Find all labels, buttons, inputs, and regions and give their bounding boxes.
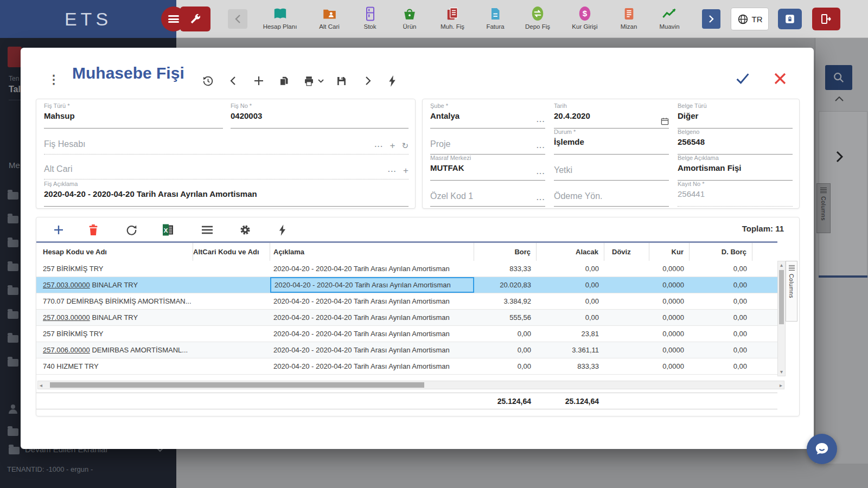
table-row[interactable]: 257 BİRİKMİŞ TRY 2020-04-20 - 2020-04-20… xyxy=(36,261,777,277)
toolbar-item-depo-fis[interactable]: Depo Fiş xyxy=(515,5,560,30)
grid-add-row-button[interactable] xyxy=(50,222,67,238)
lookup-dots-icon[interactable]: ··· xyxy=(537,117,545,125)
alt-cari-field[interactable]: Alt Cari ··· + xyxy=(44,160,409,179)
description-cell[interactable]: 2020-04-20 - 2020-04-20 Tarih Arası Ayrı… xyxy=(270,310,474,325)
sube-field[interactable]: Şube * Antalya ··· xyxy=(430,102,545,129)
column-header[interactable]: Kur xyxy=(649,243,690,261)
fis-aciklama-field[interactable]: Fiş Açıklama 2020-04-20 - 2020-04-20 Tar… xyxy=(44,181,409,207)
scroll-left-arrow[interactable]: ◂ xyxy=(40,382,42,389)
previous-record-button[interactable] xyxy=(226,74,240,88)
description-cell[interactable]: 2020-04-20 - 2020-04-20 Tarih Arası Ayrı… xyxy=(270,326,474,342)
lookup-dots-icon[interactable]: ··· xyxy=(388,167,397,175)
table-row[interactable]: 257.003.00000 BINALAR TRY 2020-04-20 - 2… xyxy=(36,310,777,326)
proje-field[interactable]: Proje ··· xyxy=(430,129,545,155)
belge-aciklama-field[interactable]: Belge Açıklama Amortisman Fişi xyxy=(678,155,793,181)
grid-settings-button[interactable] xyxy=(237,222,253,238)
toolbar-item-urun[interactable]: Ürün xyxy=(387,5,432,30)
lookup-dots-icon[interactable]: ··· xyxy=(537,143,545,151)
account-code-link[interactable]: 740 xyxy=(43,362,55,370)
table-row[interactable]: 257.006.00000 DEMIRBAS AMORTİSMANL... 20… xyxy=(36,342,777,358)
table-row[interactable]: 257 BİRİKMİŞ TRY 2020-04-20 - 2020-04-20… xyxy=(36,326,777,342)
scrollbar-thumb[interactable] xyxy=(50,382,424,388)
account-code-link[interactable]: 257.006.00000 xyxy=(43,346,90,354)
fis-turu-field[interactable]: Fiş Türü * Mahsup xyxy=(44,102,223,129)
print-options-chevron-icon[interactable] xyxy=(317,74,324,88)
close-button[interactable] xyxy=(773,72,787,86)
description-cell[interactable]: 2020-04-20 - 2020-04-20 Tarih Arası Ayrı… xyxy=(270,293,474,309)
odeme-yon-field[interactable]: Ödeme Yön. xyxy=(554,181,669,207)
scroll-right-arrow[interactable]: ▸ xyxy=(780,382,782,389)
account-code-link[interactable]: 257.003.00000 xyxy=(43,281,90,289)
grid-columns-tab[interactable]: Columns xyxy=(786,261,797,322)
column-header[interactable]: Borç xyxy=(474,243,537,261)
table-row[interactable]: 257.003.00000 BINALAR TRY 2020-04-20 - 2… xyxy=(36,277,777,293)
belge-turu-field[interactable]: Belge Türü Diğer xyxy=(678,102,793,129)
toolbar-item-muh-fis[interactable]: Muh. Fiş xyxy=(430,5,475,30)
lock-screen-button[interactable] xyxy=(778,9,802,29)
history-button[interactable] xyxy=(201,74,215,88)
new-record-button[interactable] xyxy=(252,74,266,88)
durum-field[interactable]: Durum * İşlemde xyxy=(554,129,669,155)
column-header[interactable]: Açıklama xyxy=(270,243,474,261)
kebab-menu-icon[interactable]: ⋮ xyxy=(47,73,61,87)
ozel-kod-field[interactable]: Özel Kod 1 ··· xyxy=(430,181,545,207)
toolbar-item-alt-cari[interactable]: Alt Cari xyxy=(307,5,352,30)
scroll-up-arrow[interactable]: ▴ xyxy=(778,261,785,269)
calendar-icon[interactable] xyxy=(661,117,669,125)
description-cell[interactable]: 2020-04-20 - 2020-04-20 Tarih Arası Ayrı… xyxy=(270,358,474,374)
toolbar-item-mizan[interactable]: Mizan xyxy=(606,5,652,30)
save-button[interactable] xyxy=(334,74,348,88)
settings-tools-button[interactable] xyxy=(180,7,210,31)
account-code-link[interactable]: 257 xyxy=(43,265,55,273)
column-header[interactable]: Alacak xyxy=(537,243,604,261)
column-header[interactable]: AltCari Kodu ve Adı xyxy=(193,243,270,261)
grid-delete-row-button[interactable] xyxy=(85,222,101,238)
lookup-dots-icon[interactable]: ··· xyxy=(374,142,383,150)
copy-button[interactable] xyxy=(277,74,291,88)
tarih-field[interactable]: Tarih 20.4.2020 xyxy=(554,102,669,129)
toolbar-item-hesap-plani[interactable]: Hesap Planı xyxy=(257,5,303,30)
toolbar-item-stok[interactable]: Stok xyxy=(347,5,393,30)
grid-menu-button[interactable] xyxy=(199,222,215,238)
toolbar-scroll-right-button[interactable] xyxy=(702,9,720,29)
column-header[interactable]: Hesap Kodu ve Adı xyxy=(36,243,193,261)
nav-back-button[interactable] xyxy=(228,9,247,29)
column-header[interactable]: Döviz xyxy=(604,243,649,261)
fis-no-field[interactable]: Fiş No * 0420003 xyxy=(231,102,409,129)
print-button[interactable] xyxy=(302,74,316,88)
grid-quick-actions-button[interactable] xyxy=(274,222,290,238)
support-chat-button[interactable] xyxy=(807,434,837,464)
scrollbar-thumb[interactable] xyxy=(779,270,784,324)
description-cell[interactable]: 2020-04-20 - 2020-04-20 Tarih Arası Ayrı… xyxy=(270,342,474,358)
add-icon[interactable]: + xyxy=(390,140,395,151)
column-header[interactable]: D. Borç xyxy=(690,243,752,261)
grid-excel-export-button[interactable]: X xyxy=(160,222,176,238)
account-code-link[interactable]: 257 xyxy=(43,330,55,338)
table-row[interactable]: 770.07 DEMİRBAŞ BİRİKMİŞ AMORTİSMAN... 2… xyxy=(36,293,777,310)
toolbar-item-fatura[interactable]: Fatura xyxy=(473,5,518,30)
fis-hesabi-field[interactable]: Fiş Hesabı ··· + ↻ xyxy=(44,135,409,155)
grid-hscrollbar[interactable]: ◂ ▸ xyxy=(37,381,784,389)
logout-button[interactable] xyxy=(812,8,840,30)
next-record-button[interactable] xyxy=(361,74,375,88)
lookup-dots-icon[interactable]: ··· xyxy=(537,195,545,203)
belgeno-field[interactable]: Belgeno 256548 xyxy=(678,129,793,155)
description-cell[interactable]: 2020-04-20 - 2020-04-20 Tarih Arası Ayrı… xyxy=(270,277,474,293)
quick-actions-button[interactable] xyxy=(385,74,399,88)
yetki-field[interactable]: Yetki xyxy=(554,155,669,181)
account-code-link[interactable]: 770.07 xyxy=(43,297,65,305)
scroll-down-arrow[interactable]: ▾ xyxy=(778,368,785,376)
toolbar-item-muavin[interactable]: Muavin xyxy=(647,5,692,30)
language-button[interactable]: TR xyxy=(731,8,769,30)
masraf-merkezi-field[interactable]: Masraf Merkezi MUTFAK ··· xyxy=(430,155,545,181)
table-row[interactable]: 740 HIZMET TRY 2020-04-20 - 2020-04-20 T… xyxy=(36,358,777,375)
refresh-icon[interactable]: ↻ xyxy=(401,141,409,151)
account-code-link[interactable]: 257.003.00000 xyxy=(43,313,90,322)
lookup-dots-icon[interactable]: ··· xyxy=(537,169,545,177)
confirm-button[interactable] xyxy=(736,72,750,86)
add-icon[interactable]: + xyxy=(403,165,409,176)
description-cell[interactable]: 2020-04-20 - 2020-04-20 Tarih Arası Ayrı… xyxy=(270,261,474,277)
grid-vscrollbar[interactable]: ▴ ▾ xyxy=(777,261,786,376)
grid-refresh-button[interactable] xyxy=(123,222,139,238)
toolbar-item-kur-girisi[interactable]: $ Kur Girişi xyxy=(562,5,608,30)
